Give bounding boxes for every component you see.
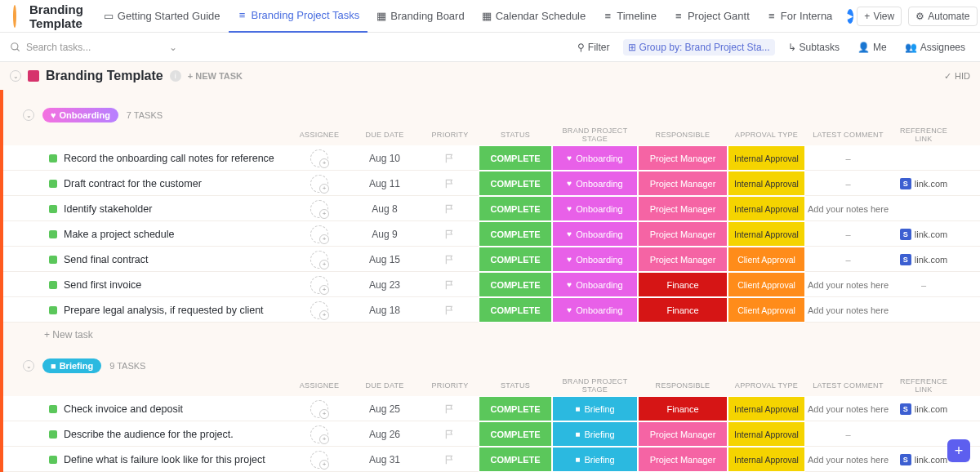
collapse-group-icon[interactable]: ⌄ (23, 360, 34, 372)
status-cell[interactable]: COMPLETE (479, 421, 552, 447)
reference-link[interactable]: Slink.com (891, 403, 956, 415)
comment-cell[interactable]: Add your notes here (805, 204, 891, 214)
responsible-cell[interactable]: Project Manager (638, 145, 728, 171)
approval-cell[interactable]: Internal Approval (728, 171, 805, 196)
assignee-cell[interactable] (291, 251, 348, 269)
search-input[interactable]: Search tasks... ⌄ (10, 42, 177, 53)
approval-cell[interactable]: Internal Approval (728, 221, 805, 247)
comment-cell[interactable]: – (805, 179, 891, 189)
status-cell[interactable]: COMPLETE (479, 447, 552, 472)
assignee-cell[interactable] (291, 400, 348, 418)
stage-cell[interactable]: ■Briefing (552, 447, 638, 472)
assignee-cell[interactable] (291, 149, 348, 167)
task-title-cell[interactable]: Record the onboarding call notes for ref… (3, 153, 291, 164)
workspace-logo[interactable] (13, 5, 16, 28)
task-title-cell[interactable]: Send final contract (3, 254, 291, 265)
approval-cell[interactable]: Client Approval (728, 272, 805, 297)
approval-cell[interactable]: Internal Approval (728, 396, 805, 421)
priority-cell[interactable] (421, 454, 479, 465)
approval-cell[interactable]: Internal Approval (728, 421, 805, 447)
task-title-cell[interactable]: Describe the audience for the project. (3, 429, 291, 440)
task-row[interactable]: Send first invoiceAug 23COMPLETE♥Onboard… (3, 272, 980, 297)
priority-cell[interactable] (421, 203, 479, 215)
task-row[interactable]: Record the onboarding call notes for ref… (3, 145, 980, 171)
assignee-cell[interactable] (291, 175, 348, 193)
priority-cell[interactable] (421, 305, 479, 316)
new-task-row[interactable]: + New task (3, 323, 980, 344)
due-date-cell[interactable]: Aug 31 (348, 454, 421, 465)
task-title-cell[interactable]: Identify stakeholder (3, 203, 291, 215)
stage-cell[interactable]: ■Briefing (552, 421, 638, 447)
task-row[interactable]: Define what is failure look like for thi… (3, 447, 980, 472)
assignee-cell[interactable] (291, 451, 348, 469)
task-title-cell[interactable]: Send first invoice (3, 279, 291, 291)
task-row[interactable]: Draft contract for the customerAug 11COM… (3, 171, 980, 196)
task-title-cell[interactable]: Make a project schedule (3, 229, 291, 240)
automate-button[interactable]: ⚙Automate (908, 7, 977, 26)
quick-create-button[interactable]: + (947, 439, 970, 462)
add-assignee-icon[interactable] (310, 425, 328, 443)
due-date-cell[interactable]: Aug 18 (348, 305, 421, 316)
add-assignee-icon[interactable] (310, 149, 328, 167)
stage-cell[interactable]: ♥Onboarding (552, 297, 638, 323)
priority-cell[interactable] (421, 178, 479, 189)
reference-link[interactable]: Slink.com (891, 254, 956, 265)
stage-cell[interactable]: ♥Onboarding (552, 196, 638, 221)
add-view-button[interactable]: +View (857, 7, 902, 26)
due-date-cell[interactable]: Aug 26 (348, 429, 421, 440)
approval-cell[interactable]: Client Approval (728, 297, 805, 323)
tab-calendar-schedule[interactable]: ▦Calendar Schedule (473, 0, 595, 33)
tab-for-interna[interactable]: ≡For Interna (758, 0, 841, 33)
stage-cell[interactable]: ♥Onboarding (552, 221, 638, 247)
stage-cell[interactable]: ♥Onboarding (552, 247, 638, 272)
status-cell[interactable]: COMPLETE (479, 145, 552, 171)
responsible-cell[interactable]: Project Manager (638, 196, 728, 221)
new-task-button[interactable]: + NEW TASK (188, 71, 243, 81)
due-date-cell[interactable]: Aug 9 (348, 229, 421, 240)
reference-link[interactable]: Slink.com (891, 178, 956, 189)
group-pill[interactable]: ♥Onboarding (42, 108, 118, 122)
priority-cell[interactable] (421, 229, 479, 240)
task-row[interactable]: Describe the audience for the project.Au… (3, 421, 980, 447)
add-assignee-icon[interactable] (310, 451, 328, 469)
filter-button[interactable]: ⚲Filter (572, 39, 615, 56)
assignee-cell[interactable] (291, 200, 348, 218)
responsible-cell[interactable]: Project Manager (638, 247, 728, 272)
add-assignee-icon[interactable] (310, 200, 328, 218)
reference-link[interactable]: Slink.com (891, 454, 956, 465)
comment-cell[interactable]: Add your notes here (805, 305, 891, 315)
comment-cell[interactable]: – (805, 430, 891, 439)
assignees-button[interactable]: 👥Assignees (900, 39, 970, 56)
comment-cell[interactable]: Add your notes here (805, 280, 891, 290)
status-cell[interactable]: COMPLETE (479, 171, 552, 196)
due-date-cell[interactable]: Aug 8 (348, 203, 421, 215)
stage-cell[interactable]: ♥Onboarding (552, 145, 638, 171)
task-title-cell[interactable]: Define what is failure look like for thi… (3, 454, 291, 465)
tab-project-gantt[interactable]: ≡Project Gantt (665, 0, 758, 33)
approval-cell[interactable]: Client Approval (728, 247, 805, 272)
group-pill[interactable]: ■Briefing (42, 358, 101, 373)
status-cell[interactable]: COMPLETE (479, 196, 552, 221)
info-icon[interactable]: i (170, 70, 181, 82)
tab-getting-started-guide[interactable]: ▭Getting Started Guide (95, 0, 229, 33)
add-assignee-icon[interactable] (310, 175, 328, 193)
priority-cell[interactable] (421, 429, 479, 440)
comment-cell[interactable]: – (805, 255, 891, 265)
add-assignee-icon[interactable] (310, 225, 328, 243)
hide-button[interactable]: ✓HID (944, 71, 970, 82)
comment-cell[interactable]: – (805, 229, 891, 239)
add-assignee-icon[interactable] (310, 276, 328, 294)
responsible-cell[interactable]: Project Manager (638, 221, 728, 247)
task-row[interactable]: Send final contractAug 15COMPLETE♥Onboar… (3, 247, 980, 272)
tab-branding-board[interactable]: ▦Branding Board (368, 0, 472, 33)
approval-cell[interactable]: Internal Approval (728, 196, 805, 221)
scroll-right-icon[interactable]: ▶ (847, 9, 853, 24)
due-date-cell[interactable]: Aug 25 (348, 403, 421, 415)
task-row[interactable]: Identify stakeholderAug 8COMPLETE♥Onboar… (3, 196, 980, 221)
stage-cell[interactable]: ■Briefing (552, 396, 638, 421)
responsible-cell[interactable]: Finance (638, 396, 728, 421)
comment-cell[interactable]: – (805, 154, 891, 163)
priority-cell[interactable] (421, 279, 479, 291)
approval-cell[interactable]: Internal Approval (728, 145, 805, 171)
priority-cell[interactable] (421, 403, 479, 415)
